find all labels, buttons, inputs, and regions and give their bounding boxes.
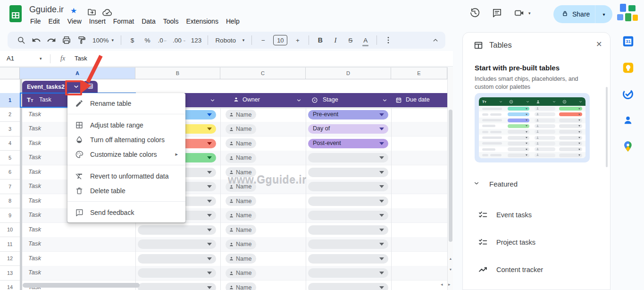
featured-section-toggle[interactable]: Featured — [473, 180, 518, 188]
menu-item-turn-off-alternating-colors[interactable]: Turn off alternating colors — [67, 132, 185, 147]
select-dropdown[interactable] — [138, 268, 216, 278]
menubar-edit[interactable]: Edit — [45, 16, 64, 27]
formula-input[interactable]: Task — [75, 55, 87, 62]
increase-decimal-button[interactable]: .00→ — [171, 34, 188, 47]
document-title[interactable]: Gguide.ir — [29, 5, 64, 15]
stage-dropdown[interactable] — [308, 196, 388, 206]
strikethrough-button[interactable]: S — [343, 34, 357, 47]
maps-app-icon[interactable] — [622, 140, 635, 154]
row-header-12[interactable]: 12 — [0, 252, 20, 266]
number-format-button[interactable]: 123 — [189, 34, 204, 47]
undo-icon[interactable] — [29, 34, 43, 47]
menubar-file[interactable]: File — [26, 16, 45, 27]
row-header-10[interactable]: 10 — [0, 223, 20, 238]
zoom-select[interactable]: 100%▾ — [90, 34, 117, 47]
horizontal-scrollbar-thumb[interactable] — [23, 283, 140, 288]
menubar-tools[interactable]: Tools — [159, 16, 183, 27]
stage-dropdown[interactable] — [308, 268, 388, 278]
owner-chip[interactable]: Name — [226, 239, 256, 249]
currency-format-button[interactable]: $ — [125, 34, 139, 47]
menubar-insert[interactable]: Insert — [85, 16, 109, 27]
decrease-decimal-button[interactable]: .0← — [156, 34, 169, 47]
stage-dropdown[interactable] — [308, 153, 388, 162]
name-box[interactable]: A1 — [7, 55, 35, 62]
comments-icon[interactable] — [492, 8, 502, 18]
row-header-9[interactable]: 9 — [0, 208, 20, 223]
redo-icon[interactable] — [44, 34, 58, 47]
scroll-up-icon[interactable]: ▲ — [448, 254, 453, 263]
table-name-chip[interactable]: Event_tasks2 — [22, 81, 86, 93]
owner-chip[interactable]: Name — [226, 196, 256, 206]
pre-built-table-preview[interactable]: TT — [475, 93, 590, 162]
column-header-d[interactable]: D — [306, 68, 391, 79]
task-cell[interactable]: Task — [28, 154, 41, 161]
menubar-extensions[interactable]: Extensions — [182, 16, 222, 27]
contacts-app-icon[interactable] — [622, 114, 635, 127]
table-column-due-date[interactable]: Due date — [406, 96, 430, 103]
stage-dropdown[interactable] — [308, 254, 388, 264]
menu-item-delete-table[interactable]: Delete table — [67, 183, 185, 198]
share-dropdown-caret-icon[interactable]: ▾ — [595, 12, 612, 17]
task-cell[interactable]: Task — [28, 226, 41, 233]
bold-button[interactable]: B — [313, 34, 327, 47]
search-icon[interactable] — [14, 34, 28, 47]
meet-dropdown-caret-icon[interactable]: ▾ — [528, 11, 531, 16]
select-all-corner[interactable] — [0, 68, 20, 79]
menu-item-customize-table-colors[interactable]: Customize table colors▸ — [67, 147, 185, 162]
select-dropdown[interactable] — [138, 283, 216, 290]
owner-chip[interactable]: Name — [226, 110, 256, 119]
more-vert-icon[interactable] — [381, 34, 395, 47]
row-header-13[interactable]: 13 — [0, 266, 20, 281]
select-dropdown[interactable] — [138, 254, 216, 264]
stage-dropdown[interactable] — [308, 182, 388, 191]
text-color-button[interactable]: A — [359, 34, 372, 47]
owner-chip[interactable]: Name — [226, 282, 256, 290]
menu-item-revert-to-unformatted-data[interactable]: Revert to unformatted data — [67, 169, 185, 183]
scroll-left-icon[interactable]: ◂ — [441, 282, 443, 287]
owner-chip[interactable]: Name — [226, 268, 256, 278]
percent-format-button[interactable]: % — [141, 34, 154, 47]
italic-button[interactable]: I — [328, 34, 342, 47]
stage-dropdown[interactable]: Day of — [308, 124, 388, 134]
row-header-7[interactable]: 7 — [0, 179, 20, 194]
row-header-2[interactable]: 2 — [0, 108, 20, 122]
row-header-6[interactable]: 6 — [0, 165, 20, 180]
featured-item-content-tracker[interactable]: Content tracker — [468, 261, 600, 278]
row-header-5[interactable]: 5 — [0, 151, 20, 165]
menu-item-rename-table[interactable]: Rename table — [67, 96, 185, 111]
stage-dropdown[interactable]: Pre-event — [308, 110, 388, 119]
font-family-select[interactable]: Roboto▾ — [212, 34, 247, 47]
stage-dropdown[interactable] — [308, 283, 388, 290]
select-dropdown[interactable] — [138, 225, 216, 235]
task-cell[interactable]: Task — [28, 240, 41, 247]
stage-dropdown[interactable] — [308, 168, 388, 177]
table-view-chip[interactable] — [83, 81, 98, 93]
scroll-right-icon[interactable]: ▸ — [448, 282, 451, 287]
task-cell[interactable]: Task — [28, 197, 41, 204]
menu-item-adjust-table-range[interactable]: Adjust table range — [67, 118, 185, 132]
column-header-e[interactable]: E — [391, 68, 447, 79]
google-apps-collage-icon[interactable] — [617, 4, 639, 26]
row-header-3[interactable]: 3 — [0, 122, 20, 136]
share-button[interactable]: Share ▾ — [553, 5, 612, 23]
row-header-11[interactable]: 11 — [0, 237, 20, 252]
menu-item-send-feedback[interactable]: Send feedback — [67, 205, 185, 220]
column-b-chevron-icon[interactable] — [210, 97, 215, 104]
sheets-logo-icon[interactable] — [9, 5, 22, 23]
owner-chip[interactable]: Name — [226, 211, 256, 221]
task-cell[interactable]: Task — [28, 269, 41, 276]
stage-dropdown[interactable] — [308, 225, 388, 235]
menubar-view[interactable]: View — [64, 16, 85, 27]
owner-chip[interactable]: Name — [226, 124, 256, 134]
task-cell[interactable]: Task — [28, 168, 41, 175]
scroll-down-icon[interactable]: ▼ — [448, 264, 453, 274]
table-column-task[interactable]: Task — [39, 96, 51, 103]
vertical-scrollbar[interactable]: ▲ ▼ — [447, 67, 453, 290]
collapse-toolbar-icon[interactable] — [431, 36, 440, 46]
select-dropdown[interactable] — [138, 239, 216, 249]
panel-scrollbar-thumb[interactable] — [606, 87, 608, 167]
close-icon[interactable]: ✕ — [596, 40, 602, 49]
task-cell[interactable]: Task — [28, 139, 41, 146]
task-cell[interactable]: Task — [28, 182, 41, 189]
font-size-input[interactable]: 10 — [273, 35, 287, 45]
